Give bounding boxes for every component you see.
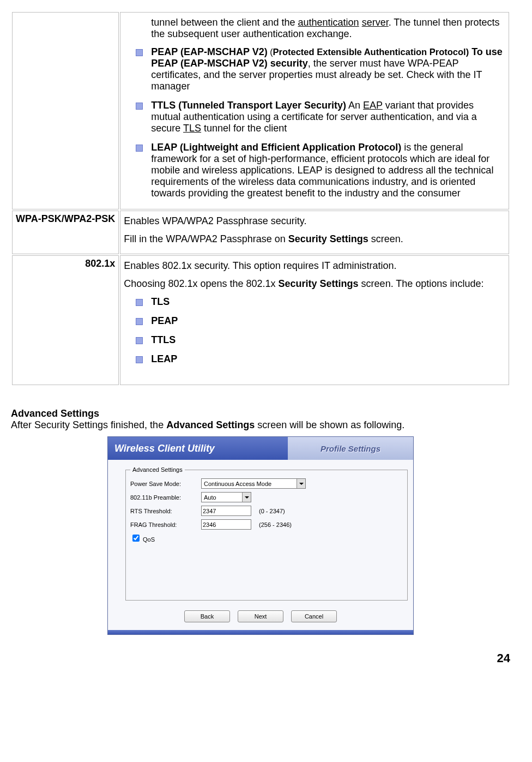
protocol-list: PEAP (EAP-MSCHAP V2) (Protected Extensib… xyxy=(124,46,505,199)
row2-line1: Enables WPA/WPA2 Passphrase security. xyxy=(124,215,505,227)
label-qos: QoS xyxy=(143,536,155,543)
input-frag[interactable] xyxy=(201,519,251,530)
text: Choosing 802.1x opens the 802.1x xyxy=(124,278,278,289)
lead: PEAP (EAP-MSCHAP V2) xyxy=(151,46,267,57)
text: screen. xyxy=(368,233,403,244)
range-rts: (0 - 2347) xyxy=(259,508,285,514)
text: screen. The options include: xyxy=(359,278,484,289)
label: TLS xyxy=(151,296,170,307)
label-frag: FRAG Threshold: xyxy=(130,521,201,528)
bold: Advanced Settings xyxy=(166,419,255,430)
text: tunnel for the client xyxy=(201,123,287,134)
dropdown-value: Continuous Access Mode xyxy=(202,481,274,487)
bold: Security Settings xyxy=(288,233,368,244)
bold: Security Settings xyxy=(279,278,359,289)
link-server[interactable]: server xyxy=(362,17,389,28)
input-rts[interactable] xyxy=(201,506,251,516)
lead: LEAP (Lightweight and Efficient Applicat… xyxy=(151,142,401,153)
row1-content: tunnel between the client and the authen… xyxy=(120,12,509,209)
link-authentication[interactable]: authentication xyxy=(298,17,359,28)
link-tls[interactable]: TLS xyxy=(183,123,201,134)
text: An xyxy=(346,100,363,111)
label-preamble: 802.11b Preamble: xyxy=(130,494,201,501)
opt-ttls: TTLS xyxy=(124,334,505,346)
row-rts: RTS Threshold: (0 - 2347) xyxy=(130,506,403,516)
fieldset-legend: Advanced Settings xyxy=(130,466,185,473)
item-leap: LEAP (Lightweight and Efficient Applicat… xyxy=(124,142,505,199)
row3-line1: Enables 802.1x security. This option req… xyxy=(124,260,505,272)
tab-profile-settings[interactable]: Profile Settings xyxy=(288,437,413,460)
opt-tls: TLS xyxy=(124,296,505,308)
screenshot-header: Wireless Client Utility Profile Settings xyxy=(108,437,413,460)
row-power-save: Power Save Mode: Continuous Access Mode xyxy=(130,478,403,489)
screenshot-body: Advanced Settings Power Save Mode: Conti… xyxy=(108,460,413,605)
text: screen will be shown as following. xyxy=(255,419,404,430)
dropdown-preamble[interactable]: Auto xyxy=(201,492,251,502)
link-eap[interactable]: EAP xyxy=(363,100,383,111)
window-title: Wireless Client Utility xyxy=(108,443,288,454)
label: LEAP xyxy=(151,353,177,364)
item-peap: PEAP (EAP-MSCHAP V2) (Protected Extensib… xyxy=(124,46,505,92)
cancel-button[interactable]: Cancel xyxy=(291,610,337,622)
row-preamble: 802.11b Preamble: Auto xyxy=(130,492,403,502)
text: tunnel between the client and the xyxy=(151,17,298,28)
text: ( xyxy=(268,47,273,57)
chevron-down-icon[interactable] xyxy=(297,479,305,488)
next-button[interactable]: Next xyxy=(238,610,283,622)
row2-line2: Fill in the WPA/WPA2 Passphrase on Secur… xyxy=(124,233,505,245)
page-number: 24 xyxy=(11,651,510,665)
label: TTLS xyxy=(151,334,176,345)
row2-label: WPA-PSK/WPA2-PSK xyxy=(12,211,119,254)
row3-options: TLS PEAP TTLS LEAP xyxy=(124,296,505,365)
advanced-fieldset: Advanced Settings Power Save Mode: Conti… xyxy=(125,466,408,601)
text: After Security Settings finished, the xyxy=(11,419,166,430)
row2-content: Enables WPA/WPA2 Passphrase security. Fi… xyxy=(120,211,509,254)
intro-paragraph: tunnel between the client and the authen… xyxy=(124,17,505,40)
item-ttls: TTLS (Tunneled Transport Layer Security)… xyxy=(124,100,505,134)
row3-content: Enables 802.1x security. This option req… xyxy=(120,255,509,385)
lead2: Protected Extensible Authentication Prot… xyxy=(273,47,469,57)
screenshot-buttons: Back Next Cancel xyxy=(108,605,413,630)
dropdown-value: Auto xyxy=(202,494,219,501)
row-qos: QoS xyxy=(130,533,403,543)
screenshot-footer xyxy=(108,630,413,634)
checkbox-qos[interactable] xyxy=(132,535,140,542)
text: Fill in the WPA/WPA2 Passphrase on xyxy=(124,233,288,244)
chevron-down-icon[interactable] xyxy=(242,493,251,502)
label: PEAP xyxy=(151,315,178,326)
opt-peap: PEAP xyxy=(124,315,505,327)
advanced-settings-heading: Advanced Settings xyxy=(11,408,510,419)
row-frag: FRAG Threshold: (256 - 2346) xyxy=(130,519,403,530)
lead: TTLS (Tunneled Transport Layer Security) xyxy=(151,100,346,111)
back-button[interactable]: Back xyxy=(184,610,230,622)
security-table: tunnel between the client and the authen… xyxy=(11,11,510,386)
label-power-save: Power Save Mode: xyxy=(130,481,201,487)
screenshot-window: Wireless Client Utility Profile Settings… xyxy=(107,436,414,635)
opt-leap: LEAP xyxy=(124,353,505,365)
row1-label xyxy=(12,12,119,209)
advanced-settings-intro: After Security Settings finished, the Ad… xyxy=(11,419,510,431)
range-frag: (256 - 2346) xyxy=(259,521,292,528)
row3-line2: Choosing 802.1x opens the 802.1x Securit… xyxy=(124,278,505,290)
row3-label: 802.1x xyxy=(12,255,119,385)
label-rts: RTS Threshold: xyxy=(130,508,201,514)
dropdown-power-save[interactable]: Continuous Access Mode xyxy=(201,478,306,489)
